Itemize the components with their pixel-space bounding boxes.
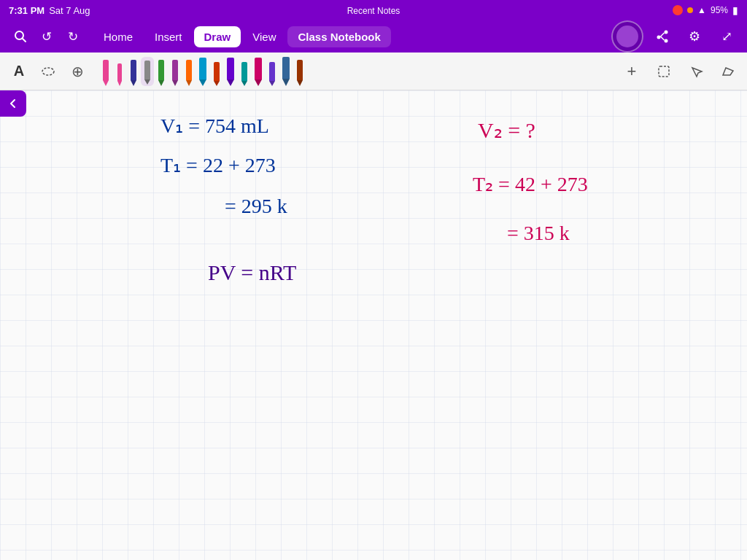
nav-bar: ↺ ↻ Home Insert Draw View Class Notebook… <box>0 20 747 52</box>
minimize-button[interactable]: ⤢ <box>713 23 740 50</box>
battery-icon: ▮ <box>732 4 738 16</box>
lasso-tool-button[interactable] <box>35 58 61 85</box>
toolbar-right: + <box>619 58 741 85</box>
pen-pink-1[interactable] <box>99 57 112 86</box>
nav-right: ⚙ ⤢ <box>611 20 740 52</box>
status-right: ▲ 95% ▮ <box>673 4 738 16</box>
profile-inner <box>616 26 638 47</box>
status-date: Sat 7 Aug <box>49 5 90 16</box>
selection-tool-button[interactable] <box>683 58 709 85</box>
sidebar-toggle[interactable] <box>0 90 26 117</box>
move-tool-button[interactable]: ⊕ <box>64 58 90 85</box>
tab-insert[interactable]: Insert <box>144 26 193 47</box>
status-center: Recent Notes <box>347 4 400 17</box>
equation-v1: V₁ = 754 mL <box>160 114 269 137</box>
redo-button[interactable]: ↻ <box>60 23 86 50</box>
share-button[interactable] <box>649 23 676 50</box>
equation-v2: V₂ = ? <box>478 118 535 142</box>
pen-red[interactable] <box>210 57 223 86</box>
equation-295k: = 295 k <box>225 195 287 217</box>
pen-darkblue[interactable] <box>127 57 140 86</box>
tab-draw[interactable]: Draw <box>194 26 241 47</box>
svg-rect-5 <box>659 66 669 77</box>
equation-pv: PV = nRT <box>208 260 296 284</box>
svg-point-4 <box>42 68 54 75</box>
tab-view[interactable]: View <box>242 26 286 47</box>
nav-tabs: Home Insert Draw View Class Notebook <box>93 26 391 47</box>
svg-line-1 <box>23 39 26 42</box>
svg-line-3 <box>661 33 665 36</box>
canvas-area: V₁ = 754 mL T₁ = 22 + 273 = 295 k PV = n… <box>0 90 747 560</box>
pen-brown[interactable] <box>293 57 306 86</box>
equation-t1: T₁ = 22 + 273 <box>160 154 276 176</box>
search-button[interactable] <box>7 23 34 50</box>
eraser-button[interactable] <box>715 58 741 85</box>
equation-t2: T₂ = 42 + 273 <box>473 173 588 195</box>
pen-navy[interactable] <box>279 57 293 86</box>
recent-notes-label: Recent Notes <box>347 6 400 16</box>
pen-orange[interactable] <box>182 57 196 86</box>
pen-teal[interactable] <box>238 57 251 86</box>
pen-magenta[interactable] <box>252 57 265 86</box>
status-bar: 7:31 PM Sat 7 Aug Recent Notes ▲ 95% ▮ <box>0 0 747 20</box>
pen-violet[interactable] <box>224 57 237 86</box>
orange-dot <box>687 7 693 13</box>
tab-class-notebook[interactable]: Class Notebook <box>287 26 390 47</box>
select-lasso-button[interactable] <box>651 58 677 85</box>
pen-pink-2[interactable] <box>113 57 126 86</box>
undo-button[interactable]: ↺ <box>34 23 60 50</box>
wifi-icon: ▲ <box>697 5 706 15</box>
toolbar: A ⊕ <box>0 52 747 90</box>
pen-purple[interactable] <box>169 57 182 86</box>
add-tool-button[interactable]: + <box>619 58 645 85</box>
pen-gray-selected[interactable] <box>141 57 154 86</box>
tab-home[interactable]: Home <box>93 26 143 47</box>
status-time: 7:31 PM <box>9 5 44 16</box>
settings-button[interactable]: ⚙ <box>681 23 708 50</box>
profile-avatar[interactable] <box>611 20 643 52</box>
battery-percentage: 95% <box>711 5 728 15</box>
pen-medium-purple[interactable] <box>266 57 279 86</box>
equation-315k: = 315 k <box>507 222 570 244</box>
text-tool-button[interactable]: A <box>6 58 32 85</box>
note-content: V₁ = 754 mL T₁ = 22 + 273 = 295 k PV = n… <box>0 90 747 560</box>
pen-green[interactable] <box>155 57 168 86</box>
svg-line-2 <box>661 36 665 40</box>
record-indicator <box>673 5 683 15</box>
pen-cyan[interactable] <box>196 57 209 86</box>
pen-group <box>99 57 306 86</box>
